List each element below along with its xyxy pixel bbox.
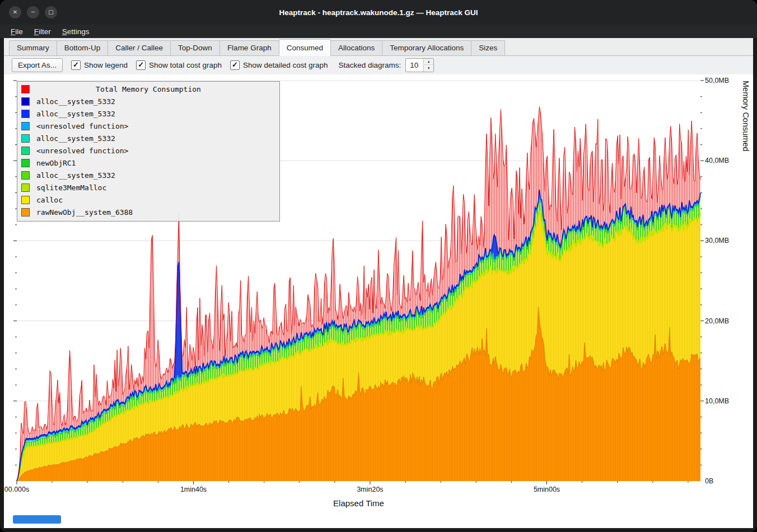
y-axis-title: Memory Consumed [741, 81, 750, 481]
y-tick-label: 10,0MB [705, 397, 729, 405]
checkbox-show-total-cost-graph[interactable]: ✓Show total cost graph [136, 60, 222, 70]
legend-item-label: alloc__system_5332 [36, 110, 115, 118]
x-tick-label: 00.000s [0, 486, 42, 493]
y-tick-label: 0B [705, 477, 713, 485]
legend-color-chip [21, 183, 30, 192]
legend-color-chip [21, 134, 30, 143]
titlebar: ✕ ─ □ Heaptrack - heaptrack.wakunode.1.g… [0, 0, 757, 25]
legend-item: alloc__system_5332 [17, 107, 279, 120]
legend-color-chip [21, 97, 30, 106]
spinbox-down-button[interactable]: ▼ [424, 65, 433, 71]
spinbox-value: 10 [406, 59, 423, 72]
y-tick-label: 20,0MB [705, 317, 729, 325]
legend-item: rawNewObj__system_6388 [17, 206, 279, 218]
close-button[interactable]: ✕ [9, 6, 21, 18]
tab-summary[interactable]: Summary [9, 40, 57, 55]
menu-settings[interactable]: Settings [57, 26, 95, 37]
tab-consumed[interactable]: Consumed [279, 39, 331, 56]
tab-allocations[interactable]: Allocations [330, 40, 382, 55]
toolbar-checkboxes: ✓Show legend✓Show total cost graph✓Show … [71, 60, 328, 70]
checkbox-label: Show legend [84, 61, 128, 69]
legend-color-chip [21, 147, 30, 155]
export-as-button[interactable]: Export As... [12, 58, 63, 72]
x-axis-title: Elapsed Time [17, 498, 700, 508]
y-tick-label: 50,0MB [705, 77, 729, 84]
legend-color-chip [21, 159, 30, 167]
checkbox-box[interactable]: ✓ [136, 60, 146, 70]
legend-color-chip [21, 208, 30, 216]
window-controls: ✕ ─ □ [9, 6, 57, 18]
legend-item: <unresolved function> [17, 144, 279, 157]
legend-item-label: calloc [36, 196, 63, 204]
toolbar: Export As... ✓Show legend✓Show total cos… [4, 56, 753, 74]
legend-item: alloc__system_5332 [17, 95, 279, 107]
legend-item: <unresolved function> [17, 120, 279, 132]
stacked-diagrams-label: Stacked diagrams: [339, 61, 401, 69]
x-tick-label: 5min00s [522, 486, 572, 493]
legend-item-label: sqlite3MemMalloc [36, 183, 106, 192]
x-tick-label: 1min40s [169, 486, 219, 493]
checkbox-show-detailed-cost-graph[interactable]: ✓Show detailed cost graph [230, 60, 328, 70]
tab-flame-graph[interactable]: Flame Graph [219, 40, 279, 55]
legend-color-chip [21, 196, 30, 204]
spinbox-buttons: ▲ ▼ [423, 59, 433, 72]
app-window: ✕ ─ □ Heaptrack - heaptrack.wakunode.1.g… [0, 0, 757, 532]
minimize-button[interactable]: ─ [27, 6, 39, 18]
legend-item-label: <unresolved function> [36, 147, 128, 155]
tab-top-down[interactable]: Top-Down [170, 40, 220, 55]
checkbox-label: Show total cost graph [149, 61, 222, 69]
legend-header: Total Memory Consumption [17, 83, 279, 95]
stacked-diagrams-spinbox[interactable]: 10 ▲ ▼ [405, 58, 434, 72]
legend-item: alloc__system_5332 [17, 132, 279, 144]
spinbox-up-button[interactable]: ▲ [424, 59, 433, 65]
tabbar: SummaryBottom-UpCaller / CalleeTop-DownF… [4, 38, 753, 56]
app-body: SummaryBottom-UpCaller / CalleeTop-DownF… [4, 38, 753, 528]
legend-item-label: alloc__system_5332 [36, 134, 115, 143]
tab-temporary-allocations[interactable]: Temporary Allocations [382, 40, 471, 55]
tab-bottom-up[interactable]: Bottom-Up [57, 40, 109, 55]
legend-item-label: rawNewObj__system_6388 [36, 208, 133, 216]
legend-title: Total Memory Consumption [17, 85, 279, 93]
menu-file[interactable]: File [6, 26, 28, 37]
legend-item-label: <unresolved function> [36, 122, 128, 130]
legend-item: alloc__system_5332 [17, 169, 279, 181]
maximize-button[interactable]: □ [45, 6, 57, 18]
y-tick-label: 30,0MB [705, 237, 729, 244]
legend-item-label: alloc__system_5332 [36, 97, 115, 106]
checkbox-label: Show detailed cost graph [243, 61, 328, 69]
tab-sizes[interactable]: Sizes [471, 40, 505, 55]
legend-item: newObjRC1 [17, 157, 279, 169]
legend-item-label: alloc__system_5332 [36, 171, 115, 180]
x-tick-label: 3min20s [345, 486, 395, 493]
progress-bar [13, 515, 61, 524]
legend-color-chip [21, 122, 30, 130]
legend-color-chip [21, 171, 30, 180]
chart-legend: Total Memory Consumption alloc__system_5… [17, 81, 280, 222]
checkbox-box[interactable]: ✓ [71, 60, 81, 70]
chart-panel: Total Memory Consumption alloc__system_5… [4, 74, 753, 528]
legend-color-chip [21, 110, 30, 118]
menubar: FileFilterSettings [0, 25, 757, 38]
menu-filter[interactable]: Filter [29, 26, 56, 37]
tab-caller-callee[interactable]: Caller / Callee [108, 40, 171, 55]
legend-item: sqlite3MemMalloc [17, 181, 279, 194]
y-tick-label: 40,0MB [705, 157, 729, 164]
legend-item: calloc [17, 194, 279, 206]
checkbox-show-legend[interactable]: ✓Show legend [71, 60, 128, 70]
checkbox-box[interactable]: ✓ [230, 60, 240, 70]
legend-item-label: newObjRC1 [36, 159, 76, 167]
window-title: Heaptrack - heaptrack.wakunode.1.gz — He… [0, 8, 757, 17]
